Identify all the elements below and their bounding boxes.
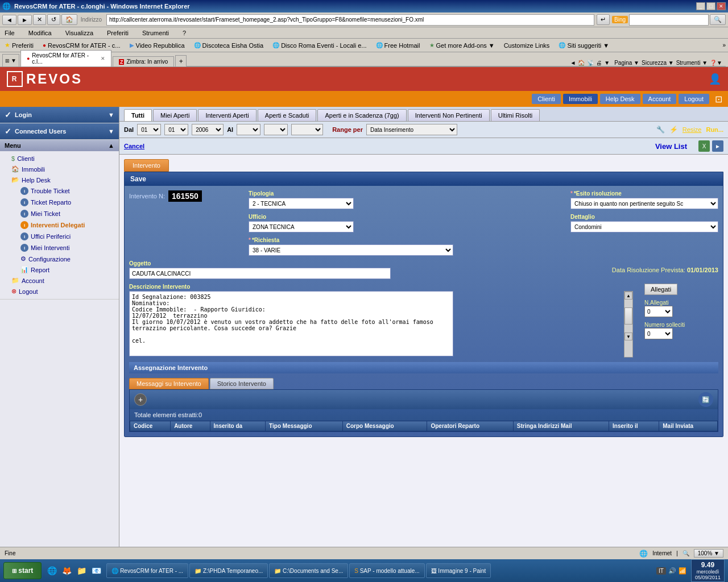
sidebar-login-header[interactable]: ✓ Login ▼ [0,107,119,123]
cancel-link[interactable]: Cancel [124,143,144,149]
sidebar-item-configurazione[interactable]: ⚙ Configurazione [7,253,119,264]
fav-hotmail[interactable]: 🌐 Free Hotmail [374,41,423,50]
forward-button[interactable]: ► [18,15,32,25]
sidebar-item-interventi-delegati[interactable]: i Interventi Delegati [7,219,119,231]
taskbar-revos[interactable]: 🌐 RevosCRM for ATER - ... [106,563,188,578]
menu-preferiti[interactable]: Preferiti [105,28,131,38]
day-to-select[interactable] [237,124,260,135]
start-button[interactable]: ⊞ start [3,562,42,579]
sidebar-item-clienti[interactable]: $ Clienti [0,153,119,164]
taskbar-sap[interactable]: S SAP - modello attuale... [349,563,424,578]
scroll-thumb[interactable] [624,307,632,325]
nav-helpdesk[interactable]: Help Desk [600,94,640,104]
sidebar-item-logout[interactable]: ⊗ Logout [0,286,119,297]
nav-account[interactable]: Account [643,94,677,104]
msg-tab-messaggi[interactable]: Messaggi su Intervento [129,378,209,389]
tab-zimbra[interactable]: Z Zimbra: In arrivo [113,56,174,66]
favorites-button[interactable]: ★ Preferiti [2,40,36,50]
minimize-button[interactable]: _ [696,2,705,10]
tab-aperti-scadenza[interactable]: Aperti e in Scadenza (7gg) [317,109,406,121]
month-from-select[interactable]: 01 [164,124,188,135]
export-excel-icon[interactable]: X [698,140,710,152]
form-tab-intervento[interactable]: Intervento [124,159,169,172]
taskbar-phda[interactable]: 📁 Z:\PHDA Temporaneo... [189,563,268,578]
sidebar-item-helpdesk[interactable]: 📂 Help Desk [0,174,119,185]
sidebar-item-immobili[interactable]: 🏠 Immobili [0,164,119,174]
navigate-right-icon[interactable]: ► [712,140,723,152]
fav-discoteca[interactable]: 🌐 Discoteca Eisha Ostia [192,41,266,50]
oggetto-input[interactable] [129,268,391,279]
richiesta-select[interactable]: 38 - VARIE [249,244,453,256]
quick-launch-folder[interactable]: 📁 [75,564,88,577]
search-input[interactable] [629,14,709,26]
url-input[interactable] [106,14,594,26]
sidebar-connected-header[interactable]: ✓ Connected Users ▼ [0,123,119,139]
nav-immobili[interactable]: Immobili [563,94,598,104]
month-to-select[interactable] [264,124,288,135]
msg-refresh-icon[interactable]: 🔄 [698,392,713,407]
sidebar-item-report[interactable]: 📊 Report [7,264,119,275]
tab-interventi-aperti[interactable]: Interventi Aperti [198,109,256,121]
favorites-more[interactable]: » [722,42,726,48]
menu-modifica[interactable]: Modifica [26,28,54,38]
allegati-button[interactable]: Allegati [644,284,677,295]
help-tab-icon[interactable]: ❓▼ [710,60,722,66]
menu-strumenti[interactable]: Strumenti [140,28,171,38]
nav-expand-icon[interactable]: ⊡ [715,94,722,105]
tab-grid-button[interactable]: ⊞ ▼ [2,54,19,66]
fav-customize[interactable]: Customize Links [502,41,552,50]
tab-ultimi-risolti[interactable]: Ultimi Risolti [491,109,540,121]
year-to-select[interactable] [291,124,323,135]
tab-miei-aperti[interactable]: Miei Aperti [153,109,197,121]
menu-help[interactable]: ? [180,28,188,38]
search-button[interactable]: 🔍 [710,14,726,25]
tab-revos[interactable]: ● RevosCRM for ATER - c.l... ✕ [20,50,111,66]
range-select[interactable]: Data Inserimento [366,124,457,135]
maximize-button[interactable]: □ [706,2,715,10]
sidebar-item-miei-interventi[interactable]: i Miei Interventi [7,242,119,253]
sidebar-item-ticket-reparto[interactable]: i Ticket Reparto [7,197,119,208]
tab-back-icon[interactable]: ◄ [570,60,576,66]
refresh-button[interactable]: ↺ [47,14,60,25]
taskbar-docs[interactable]: 📁 C:\Documents and Se... [269,563,348,578]
nav-logout[interactable]: Logout [679,94,709,104]
fav-revos[interactable]: ● RevosCRM for ATER - c... [40,41,123,50]
zoom-button[interactable]: 100% ▼ [694,549,723,558]
new-tab-button[interactable]: + [175,55,187,66]
quick-launch-email[interactable]: 📧 [89,564,103,577]
quick-launch-ie[interactable]: 🌐 [45,564,59,577]
scroll-down-arrow[interactable]: ▼ [624,332,632,340]
tipologia-select[interactable]: 2 - TECNICA [249,198,354,209]
tab-close-icon[interactable]: ✕ [101,56,105,61]
sidebar-item-uffici-periferici[interactable]: i Uffici Periferici [7,231,119,242]
menu-visualizza[interactable]: Visualizza [63,28,96,38]
stop-button[interactable]: ✕ [33,14,46,25]
n-allegati-select[interactable]: 0 [644,306,673,317]
run-link[interactable]: Run... [706,126,723,133]
nav-clienti[interactable]: Clienti [532,94,561,104]
tab-aperti-scaduti[interactable]: Aperti e Scaduti [258,109,317,121]
tab-home-icon[interactable]: 🏠 [578,60,585,66]
sidebar-item-miei-ticket[interactable]: i Miei Ticket [7,208,119,219]
back-button[interactable]: ◄ [2,15,16,25]
fav-disco-roma[interactable]: 🌐 Disco Roma Eventi - Locali e... [270,41,369,50]
msg-add-button[interactable]: + [134,393,147,406]
resize-link[interactable]: Resize [682,126,702,133]
descrizione-textarea[interactable]: Id Segnalazione: 003825 Nominativo: Codi… [129,291,453,356]
tab-rss-icon[interactable]: 📡 [587,60,594,66]
sidebar-item-trouble-ticket[interactable]: i Trouble Ticket [7,185,119,197]
numero-solleciti-select[interactable]: 0 [644,328,673,339]
descrizione-scrollbar[interactable]: ▲ ▼ [624,291,633,357]
fav-video[interactable]: ▶ Video Repubblica [127,41,187,50]
esito-select[interactable]: Chiuso in quanto non pertinente seguito … [570,198,718,209]
view-list-button[interactable]: View List [655,142,687,151]
home-button[interactable]: 🏠 [61,14,77,25]
close-button[interactable]: ✕ [717,2,726,10]
year-from-select[interactable]: 2006 [192,124,224,135]
fav-addons[interactable]: ★ Get more Add-ons ▼ [427,41,497,50]
scroll-up-arrow[interactable]: ▲ [624,292,632,300]
quick-launch-ff[interactable]: 🦊 [60,564,73,577]
taskbar-paint[interactable]: 🖼 Immagine 9 - Paint [426,563,491,578]
ufficio-select[interactable]: ZONA TECNICA [249,221,354,232]
dettaglio-select[interactable]: Condomini [570,221,718,232]
